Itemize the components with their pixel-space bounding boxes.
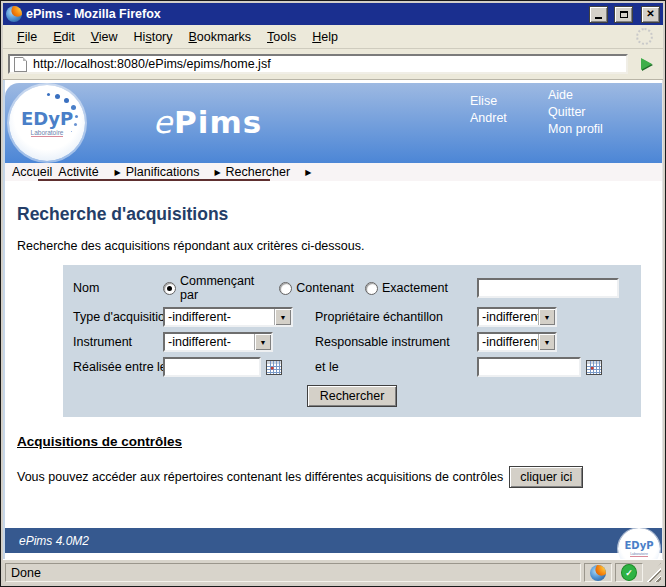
dropdown-arrow-icon: ▼ [274, 309, 291, 325]
cliquer-ici-button[interactable]: cliquer ici [509, 466, 583, 488]
nav-item-rechercher[interactable]: Rechercher [226, 165, 291, 179]
radio-contenant[interactable] [279, 282, 292, 295]
rechercher-button[interactable]: Rechercher [307, 385, 398, 407]
user-name: Elise Andret [470, 93, 507, 127]
url-field[interactable] [8, 54, 628, 74]
responsable-label: Responsable instrument [315, 335, 459, 349]
edyp-logo-text: EDyP [21, 110, 73, 128]
minimize-button[interactable] [589, 6, 608, 23]
nom-input[interactable] [477, 278, 619, 298]
page-title: Recherche d'acquisitions [17, 204, 662, 225]
menu-file[interactable]: File [9, 28, 45, 46]
menu-tools[interactable]: Tools [259, 28, 304, 46]
app-name: ePims [153, 104, 262, 140]
minimize-icon [595, 17, 602, 19]
link-quitter[interactable]: Quitter [548, 104, 603, 121]
browser-window: ePims - Mozilla Firefox ✕ File Edit View… [0, 0, 666, 587]
go-icon [641, 58, 652, 70]
footer-version: ePims 4.0M2 [19, 534, 89, 548]
nav-item-planifications[interactable]: Planifications [126, 165, 200, 179]
edyp-logo: EDyP Laboratoire [9, 85, 85, 161]
proprietaire-label: Propriétaire échantillon [315, 310, 459, 324]
responsable-select[interactable]: -indifferent- ▼ [477, 332, 557, 352]
header-banner: EDyP Laboratoire ePims Elise Andret Aide… [5, 83, 662, 163]
link-aide[interactable]: Aide [548, 87, 603, 104]
date-to-input[interactable] [477, 357, 581, 377]
date-from-input[interactable] [163, 357, 261, 377]
status-text: Done [5, 563, 581, 582]
firefox-icon [6, 6, 22, 22]
menu-view[interactable]: View [83, 28, 126, 46]
check-icon: ✓ [621, 564, 637, 581]
status-security-panel: ✓ [615, 563, 643, 582]
date-to-label: et le [315, 360, 459, 374]
header-links: Aide Quitter Mon profil [548, 87, 603, 138]
go-button[interactable] [634, 54, 658, 74]
dropdown-arrow-icon: ▼ [254, 334, 271, 350]
nav-underline [38, 179, 270, 181]
status-bar: Done ✓ [3, 559, 663, 584]
nav-bar: Accueil Activité ▶ Planifications ▶ Rech… [5, 163, 662, 181]
calendar-icon[interactable] [586, 360, 602, 375]
radio-commencant-par[interactable] [163, 282, 176, 295]
nav-arrow-icon: ▶ [305, 168, 311, 177]
controls-section-row: Vous pouvez accéder aux répertoires cont… [17, 466, 662, 488]
dropdown-arrow-icon: ▼ [538, 334, 555, 350]
menu-bar: File Edit View History Bookmarks Tools H… [3, 25, 663, 49]
menu-bookmarks[interactable]: Bookmarks [181, 28, 260, 46]
firefox-icon [590, 565, 606, 581]
search-form: Nom Commençant par Contenant Exactement … [63, 265, 641, 417]
menu-edit[interactable]: Edit [45, 28, 83, 46]
link-mon-profil[interactable]: Mon profil [548, 121, 603, 138]
nom-label: Nom [73, 281, 163, 295]
instrument-select[interactable]: -indifferent- ▼ [163, 332, 273, 352]
status-firefox-panel [584, 563, 612, 582]
maximize-button[interactable] [614, 6, 633, 23]
page-icon [14, 57, 27, 72]
nom-radio-group: Commençant par Contenant Exactement [163, 274, 459, 302]
instrument-label: Instrument [73, 335, 163, 349]
maximize-icon [620, 11, 628, 18]
window-title: ePims - Mozilla Firefox [26, 7, 583, 21]
close-button[interactable]: ✕ [641, 6, 660, 23]
type-acquisition-label: Type d'acquisition [73, 310, 163, 324]
type-acquisition-select[interactable]: -indifferent- ▼ [163, 307, 293, 327]
address-bar [3, 49, 663, 80]
title-bar: ePims - Mozilla Firefox ✕ [3, 3, 663, 25]
nav-arrow-icon: ▶ [115, 168, 121, 177]
proprietaire-select[interactable]: -indifferent- ▼ [477, 307, 557, 327]
dropdown-arrow-icon: ▼ [538, 309, 555, 325]
resize-grip[interactable] [646, 563, 661, 582]
radio-exactement[interactable] [365, 282, 378, 295]
edyp-logo-subtext: Laboratoire [31, 129, 64, 137]
calendar-icon[interactable] [266, 360, 282, 375]
edyp-dots-icon [64, 98, 69, 103]
page-content: EDyP Laboratoire ePims Elise Andret Aide… [3, 80, 663, 559]
radio-label-contenant[interactable]: Contenant [296, 281, 354, 295]
radio-label-commencant-par[interactable]: Commençant par [180, 274, 268, 302]
main-content: Recherche d'acquisitions Recherche des a… [5, 204, 662, 488]
close-icon: ✕ [646, 9, 654, 19]
nav-item-activite[interactable]: Activité [58, 165, 98, 179]
nav-item-accueil[interactable]: Accueil [12, 165, 52, 179]
throbber-icon [636, 28, 653, 45]
footer-bar: ePims 4.0M2 [5, 528, 662, 553]
menu-history[interactable]: History [126, 28, 181, 46]
url-input[interactable] [33, 57, 622, 71]
date-from-label: Réalisée entre le [73, 360, 163, 374]
radio-label-exactement[interactable]: Exactement [382, 281, 448, 295]
controls-section-text: Vous pouvez accéder aux répertoires cont… [17, 470, 503, 484]
menu-help[interactable]: Help [304, 28, 346, 46]
controls-section-title: Acquisitions de contrôles [17, 434, 662, 449]
page-subtitle: Recherche des acquisitions répondant aux… [17, 239, 662, 253]
nav-arrow-icon: ▶ [214, 168, 220, 177]
